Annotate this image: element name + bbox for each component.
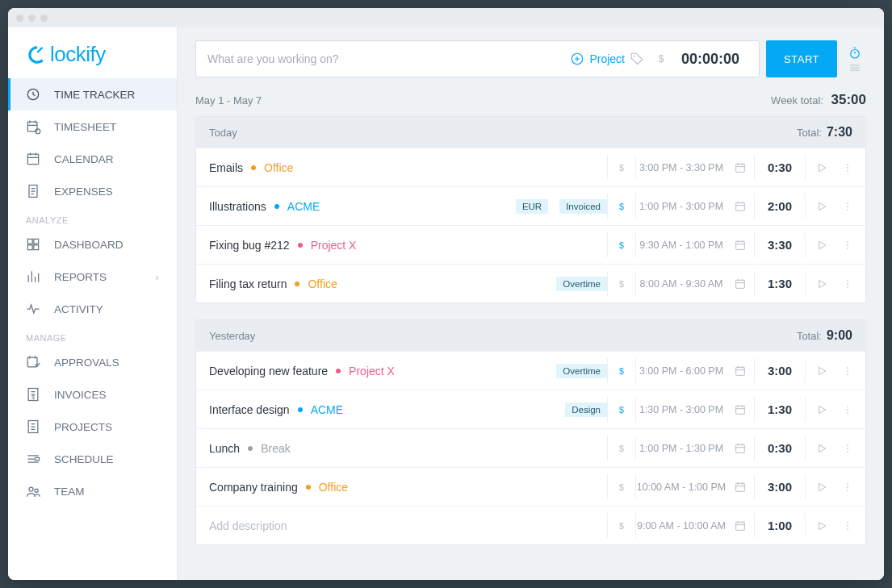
entry-project[interactable]: Project X — [349, 365, 395, 377]
mode-toggle[interactable] — [844, 40, 866, 77]
entry-more-button[interactable] — [838, 161, 857, 174]
project-dot-icon — [306, 485, 311, 490]
entry-tag[interactable]: Overtime — [556, 277, 607, 291]
entry-continue-button[interactable] — [806, 277, 838, 290]
entry-tag[interactable]: EUR — [516, 199, 548, 214]
entry-date-picker[interactable] — [727, 481, 754, 494]
entry-time-range[interactable]: 1:00 PM - 1:30 PM — [636, 443, 727, 454]
sidebar-item-invoices[interactable]: $INVOICES — [8, 378, 177, 411]
sidebar-item-time-tracker[interactable]: TIME TRACKER — [8, 78, 177, 111]
project-dot-icon — [295, 281, 299, 286]
entry-billable-toggle[interactable]: $ — [608, 364, 635, 378]
sidebar-item-projects[interactable]: PROJECTS — [8, 411, 177, 443]
entry-project[interactable]: Office — [308, 277, 337, 290]
sidebar-item-dashboard[interactable]: DASHBOARD — [8, 228, 177, 261]
entry-billable-toggle[interactable]: $ — [608, 161, 635, 175]
time-entry[interactable]: Add description $ 9:00 AM - 10:00 AM 1:0… — [196, 506, 865, 544]
tracker-input[interactable] — [207, 52, 562, 65]
entry-continue-button[interactable] — [806, 403, 838, 416]
entry-more-button[interactable] — [838, 519, 857, 532]
entry-continue-button[interactable] — [806, 239, 838, 252]
entry-billable-toggle[interactable]: $ — [608, 519, 635, 533]
entry-time-range[interactable]: 3:00 PM - 6:00 PM — [636, 365, 727, 377]
entry-project[interactable]: Office — [319, 481, 348, 494]
entry-duration[interactable]: 1:30 — [755, 277, 805, 290]
entry-more-button[interactable] — [838, 442, 857, 455]
entry-date-picker[interactable] — [727, 403, 754, 416]
tag-button[interactable] — [625, 52, 649, 66]
entry-duration[interactable]: 3:00 — [755, 480, 805, 494]
sidebar-item-approvals[interactable]: APPROVALS — [8, 346, 177, 378]
entry-time-range[interactable]: 10:00 AM - 1:00 PM — [636, 482, 727, 493]
entry-duration[interactable]: 1:30 — [755, 402, 805, 416]
entry-continue-button[interactable] — [806, 200, 838, 213]
entry-date-picker[interactable] — [727, 277, 754, 290]
entry-duration[interactable]: 0:30 — [755, 441, 805, 455]
project-picker[interactable]: Project — [570, 52, 625, 66]
dollar-icon: $ — [616, 402, 627, 417]
entry-tag[interactable]: Overtime — [556, 364, 607, 378]
entry-duration[interactable]: 3:00 — [755, 364, 805, 377]
entry-billable-toggle[interactable]: $ — [608, 480, 635, 494]
entry-duration[interactable]: 2:00 — [755, 199, 805, 213]
entry-project[interactable]: Project X — [311, 239, 357, 252]
entry-time-range[interactable]: 9:00 AM - 10:00 AM — [636, 520, 727, 532]
entry-date-picker[interactable] — [727, 365, 754, 377]
entry-date-picker[interactable] — [727, 442, 754, 455]
entry-project[interactable]: Office — [264, 161, 293, 174]
time-entry[interactable]: Fixing bug #212Project X $ 9:30 AM - 1:0… — [196, 225, 865, 264]
entry-date-picker[interactable] — [727, 200, 754, 213]
entry-continue-button[interactable] — [806, 161, 838, 174]
entry-billable-toggle[interactable]: $ — [608, 199, 635, 214]
entry-billable-toggle[interactable]: $ — [608, 402, 635, 417]
entry-date-picker[interactable] — [727, 239, 754, 252]
entry-more-button[interactable] — [838, 277, 857, 290]
entry-duration[interactable]: 3:30 — [755, 238, 805, 252]
entry-continue-button[interactable] — [806, 442, 838, 455]
entry-project[interactable]: ACME — [311, 403, 343, 416]
entry-time-range[interactable]: 1:30 PM - 3:00 PM — [636, 404, 727, 415]
entry-project[interactable]: ACME — [287, 200, 320, 213]
time-entry[interactable]: EmailsOffice $ 3:00 PM - 3:30 PM 0:30 — [196, 148, 865, 186]
entry-time-range[interactable]: 3:00 PM - 3:30 PM — [636, 162, 727, 173]
entry-time-range[interactable]: 8:00 AM - 9:30 AM — [636, 278, 727, 290]
time-entry[interactable]: Company trainingOffice $ 10:00 AM - 1:00… — [196, 467, 865, 506]
time-entry[interactable]: IllustrationsACMEEURInvoiced $ 1:00 PM -… — [196, 186, 865, 225]
sidebar-item-calendar[interactable]: CALENDAR — [8, 143, 177, 175]
entry-tag[interactable]: Design — [565, 402, 607, 417]
sidebar-item-activity[interactable]: ACTIVITY — [8, 293, 177, 325]
entry-continue-button[interactable] — [806, 365, 838, 377]
time-entry[interactable]: LunchBreak $ 1:00 PM - 1:30 PM 0:30 — [196, 428, 865, 467]
time-entry[interactable]: Interface designACMEDesign $ 1:30 PM - 3… — [196, 390, 865, 428]
entry-more-button[interactable] — [838, 200, 857, 213]
sidebar-item-reports[interactable]: REPORTS› — [8, 261, 177, 293]
entry-continue-button[interactable] — [806, 481, 838, 494]
entry-description-placeholder[interactable]: Add description — [209, 519, 287, 532]
start-button[interactable]: START — [766, 40, 837, 77]
entry-date-picker[interactable] — [727, 519, 754, 532]
entry-duration[interactable]: 1:00 — [755, 519, 805, 532]
entry-more-button[interactable] — [838, 481, 857, 494]
project-label: Project — [589, 52, 625, 65]
entry-billable-toggle[interactable]: $ — [608, 277, 635, 291]
sidebar-item-team[interactable]: TEAM — [8, 475, 177, 507]
entry-date-picker[interactable] — [727, 161, 754, 174]
entry-more-button[interactable] — [838, 403, 857, 416]
time-entry[interactable]: Filing tax returnOfficeOvertime $ 8:00 A… — [196, 264, 865, 302]
entry-duration[interactable]: 0:30 — [755, 161, 805, 174]
entry-more-button[interactable] — [838, 365, 857, 377]
entry-time-range[interactable]: 9:30 AM - 1:00 PM — [636, 240, 727, 251]
entry-continue-button[interactable] — [806, 519, 838, 532]
billable-button[interactable]: $ — [649, 52, 673, 65]
entry-tag[interactable]: Invoiced — [559, 199, 607, 214]
sidebar-item-schedule[interactable]: SCHEDULE — [8, 443, 177, 475]
entry-billable-toggle[interactable]: $ — [608, 238, 635, 252]
entry-project[interactable]: Break — [261, 442, 291, 455]
entry-time-range[interactable]: 1:00 PM - 3:00 PM — [636, 201, 727, 212]
entry-more-button[interactable] — [838, 239, 857, 252]
sidebar-item-expenses[interactable]: EXPENSES — [8, 175, 177, 207]
timer-mode-icon — [848, 46, 862, 60]
time-entry[interactable]: Developing new featureProject XOvertime … — [196, 351, 865, 390]
sidebar-item-timesheet[interactable]: TIMESHEET — [8, 111, 177, 143]
entry-billable-toggle[interactable]: $ — [608, 441, 635, 456]
